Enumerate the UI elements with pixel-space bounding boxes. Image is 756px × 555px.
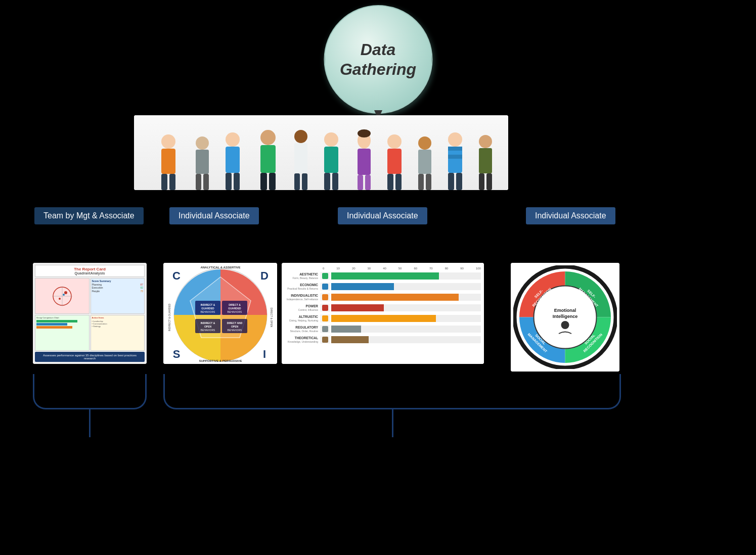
svg-point-39 (448, 132, 462, 147)
bracket-left-line (89, 409, 91, 437)
label-individual-1: Individual Associate (169, 207, 259, 224)
svg-rect-43 (448, 173, 454, 190)
svg-point-45 (479, 135, 492, 148)
svg-rect-36 (418, 150, 431, 174)
svg-rect-7 (196, 150, 209, 174)
svg-rect-5 (169, 174, 175, 190)
svg-rect-29 (358, 175, 363, 190)
bracket-right-line (392, 409, 393, 437)
svg-point-2 (161, 134, 175, 149)
svg-text:SUPPORTIVE & PERSUASIVE: SUPPORTIVE & PERSUASIVE (199, 359, 242, 362)
svg-rect-17 (269, 173, 276, 190)
svg-text:DIRECT &: DIRECT & (229, 303, 241, 306)
svg-rect-16 (260, 173, 267, 190)
svg-rect-11 (226, 147, 240, 173)
svg-rect-37 (418, 174, 424, 190)
svg-point-86 (561, 321, 569, 329)
label-team-mgt: Team by Mgt & Associate (34, 207, 144, 224)
page-container: Data Gathering (0, 0, 756, 555)
svg-rect-21 (302, 173, 307, 190)
svg-text:ANALYTICAL & ASSERTIVE: ANALYTICAL & ASSERTIVE (200, 266, 240, 269)
svg-point-31 (387, 134, 402, 149)
bracket-left (33, 374, 147, 409)
svg-rect-13 (234, 173, 240, 190)
svg-text:INDIRECT & GUARDED: INDIRECT & GUARDED (168, 303, 171, 331)
svg-rect-38 (426, 174, 431, 190)
svg-text:D: D (260, 269, 269, 282)
report-card-title: The Report Card (37, 267, 143, 271)
svg-text:BEHAVIORS: BEHAVIORS (227, 329, 242, 332)
svg-rect-9 (203, 174, 209, 190)
svg-point-18 (294, 130, 307, 143)
card-disc: INDIRECT & GUARDED BEHAVIORS DIRECT & GU… (163, 263, 277, 364)
svg-text:BEHAVIORS: BEHAVIORS (227, 310, 242, 313)
svg-rect-44 (456, 173, 462, 190)
label-individual-3: Individual Associate (526, 207, 615, 224)
svg-rect-30 (365, 175, 371, 190)
svg-text:BEHAVIORS: BEHAVIORS (200, 329, 215, 332)
svg-text:OPEN: OPEN (204, 325, 211, 328)
svg-rect-46 (479, 148, 492, 173)
svg-rect-15 (260, 145, 276, 173)
card-bars: 0102030405060708090100 AESTHETIC Form, B… (282, 263, 484, 364)
data-gathering-title: Data Gathering (340, 40, 416, 79)
svg-rect-41 (448, 147, 462, 151)
svg-rect-28 (358, 149, 371, 175)
svg-text:Intelligence: Intelligence (553, 314, 578, 319)
svg-rect-8 (196, 174, 201, 190)
svg-rect-34 (395, 174, 402, 190)
quadrant-analysis-label: QuadrantAnalysis (37, 271, 143, 275)
svg-point-27 (358, 129, 371, 137)
svg-point-35 (418, 136, 431, 150)
svg-rect-20 (294, 173, 300, 190)
svg-text:DIRECT AND: DIRECT AND (227, 321, 242, 325)
svg-rect-32 (387, 149, 402, 174)
bracket-right (163, 374, 621, 409)
svg-rect-25 (332, 173, 338, 190)
svg-point-6 (196, 136, 209, 150)
svg-point-22 (324, 132, 338, 147)
svg-text:C: C (172, 269, 181, 282)
svg-text:INDIRECT &: INDIRECT & (200, 303, 215, 306)
report-card-bottom: Assesses performance against 35 discipli… (35, 352, 145, 362)
svg-rect-47 (479, 173, 484, 190)
data-gathering-circle: Data Gathering (324, 5, 432, 114)
svg-text:I: I (262, 348, 265, 360)
svg-point-52 (64, 291, 67, 294)
svg-text:GUARDED: GUARDED (228, 307, 241, 310)
svg-rect-12 (226, 173, 232, 190)
svg-rect-24 (324, 173, 330, 190)
svg-text:DIRECT & OPEN: DIRECT & OPEN (270, 307, 273, 327)
svg-text:OPEN: OPEN (231, 325, 238, 328)
card-report: The Report Card QuadrantAnalysis Score S… (33, 263, 147, 364)
svg-point-14 (260, 130, 276, 145)
svg-text:S: S (172, 348, 180, 360)
svg-text:Emotional: Emotional (554, 308, 576, 313)
svg-rect-19 (294, 143, 307, 173)
svg-point-54 (63, 294, 65, 296)
svg-text:GUARDED: GUARDED (201, 307, 214, 310)
svg-point-10 (226, 132, 240, 147)
people-banner (134, 115, 508, 190)
svg-rect-4 (161, 174, 167, 190)
svg-point-53 (59, 298, 61, 300)
svg-rect-48 (486, 173, 492, 190)
svg-text:INDIRECT &: INDIRECT & (200, 321, 215, 325)
label-individual-2: Individual Associate (338, 207, 427, 224)
card-ei: Emotional Intelligence SELF- RECOGNITION… (511, 263, 619, 372)
svg-rect-42 (448, 155, 462, 159)
svg-rect-23 (324, 147, 338, 173)
svg-text:BEHAVIORS: BEHAVIORS (200, 310, 215, 313)
svg-rect-3 (161, 149, 175, 174)
svg-rect-33 (387, 174, 393, 190)
